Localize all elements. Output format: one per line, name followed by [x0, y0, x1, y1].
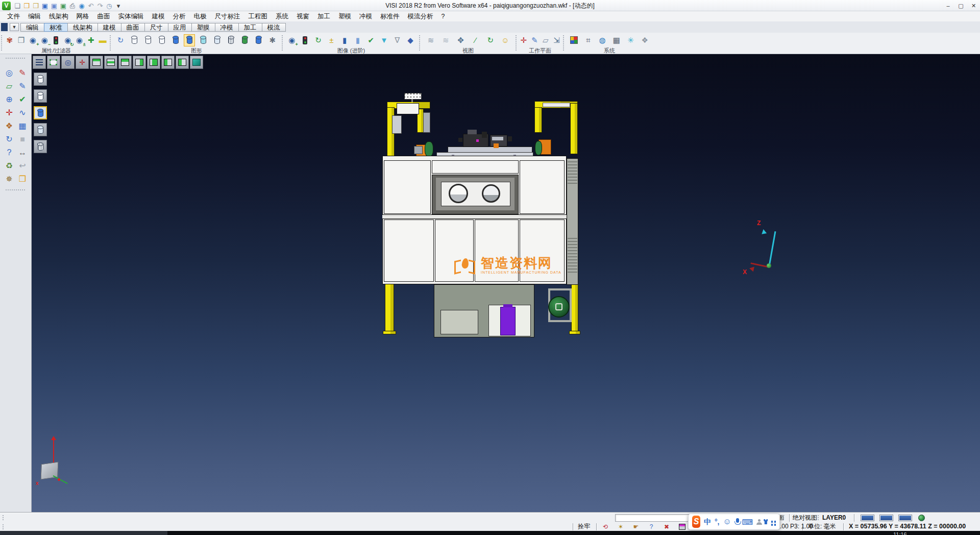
view-cube-right-icon[interactable]: [133, 56, 146, 69]
view-plane-icon[interactable]: [47, 56, 60, 69]
view-cube-top-icon[interactable]: [90, 56, 103, 69]
render-transparent-icon[interactable]: [34, 140, 47, 153]
view-cube-bottom-icon[interactable]: [118, 56, 132, 69]
render-wireframe-icon[interactable]: [34, 72, 47, 86]
tab-dimension[interactable]: 尺寸: [144, 23, 168, 32]
menu-machining[interactable]: 加工: [313, 12, 334, 21]
show-all-icon[interactable]: ✚: [85, 34, 96, 46]
adv-check-icon[interactable]: ✔: [365, 34, 377, 46]
save-all-icon[interactable]: ▣: [59, 1, 68, 10]
qat-dropdown-icon[interactable]: ▾: [114, 1, 123, 10]
view-cube-back-icon[interactable]: [176, 56, 189, 69]
menu-mold[interactable]: 塑模: [334, 12, 355, 21]
adv-bar2-icon[interactable]: ▮: [352, 34, 363, 46]
3d-viewport[interactable]: ◎✛: [32, 54, 980, 512]
help-icon[interactable]: ?: [3, 146, 16, 159]
plane-select-icon[interactable]: ▱: [3, 80, 16, 93]
navigate-wheel-icon[interactable]: ✵: [3, 173, 16, 186]
ucs-icon[interactable]: ✛: [3, 106, 16, 119]
menu-dimension[interactable]: 尺寸标注: [211, 12, 244, 21]
new-file-icon[interactable]: ❏: [13, 1, 22, 10]
render-pair-icon[interactable]: [239, 34, 251, 46]
account-icon[interactable]: [756, 519, 760, 525]
menu-window[interactable]: 视窗: [292, 12, 313, 21]
tab-mold[interactable]: 塑膜: [191, 23, 215, 32]
display-icon[interactable]: ❖: [639, 34, 650, 46]
color-grid-icon[interactable]: [569, 34, 580, 46]
save-icon[interactable]: ▣: [40, 1, 50, 10]
open-folder-icon[interactable]: ❒: [16, 173, 29, 186]
menu-system[interactable]: 系统: [272, 12, 292, 21]
spline-icon[interactable]: ∿: [16, 106, 29, 119]
menu-surface[interactable]: 曲面: [93, 12, 114, 21]
render-hidden-icon[interactable]: [34, 89, 47, 103]
keyboard-icon[interactable]: ⌨: [742, 518, 753, 526]
status-pick-icon[interactable]: ☛: [631, 523, 641, 530]
globe-icon[interactable]: ◍: [597, 34, 608, 46]
section-line-icon[interactable]: ∕: [470, 34, 481, 46]
workplane-view-icon[interactable]: ⇲: [551, 34, 562, 46]
view-ucs-icon[interactable]: ✛: [76, 56, 89, 69]
regen-graphics-icon[interactable]: ↻: [115, 34, 126, 46]
open-project-icon[interactable]: ❒: [31, 1, 40, 10]
menu-edit[interactable]: 编辑: [24, 12, 45, 21]
render-copy-icon[interactable]: [253, 34, 264, 46]
lock-status[interactable]: 拴牢: [578, 523, 590, 530]
layout-window-icon[interactable]: ▦: [16, 119, 29, 133]
minimize-button[interactable]: –: [942, 0, 954, 11]
view-refresh-icon[interactable]: ↻: [485, 34, 496, 46]
view-axes-icon[interactable]: ✥: [455, 34, 466, 46]
adv-plusminus-icon[interactable]: ±: [326, 34, 337, 46]
tab-wireframe[interactable]: 线架构: [67, 23, 98, 32]
tab-dropdown-icon[interactable]: ▼: [10, 23, 19, 31]
tab-modeling[interactable]: 建模: [97, 23, 121, 32]
menu-flow-analysis[interactable]: 模流分析: [404, 12, 437, 21]
regen-icon[interactable]: ↻: [3, 133, 16, 146]
solid-cube-icon[interactable]: ■: [16, 133, 29, 146]
tab-apply[interactable]: 应用: [168, 23, 192, 32]
ime-punctuation-mode[interactable]: °,: [715, 518, 720, 525]
validate-icon[interactable]: ✔: [16, 93, 29, 106]
recent-icon[interactable]: ◷: [105, 1, 114, 10]
attributes-icon[interactable]: ❖: [3, 119, 16, 133]
toolbox-grid-icon[interactable]: [771, 521, 773, 523]
tab-edit[interactable]: 编辑: [20, 23, 44, 32]
preview-filter-icon[interactable]: ◎: [3, 66, 16, 80]
view-cube-section-icon[interactable]: [104, 56, 117, 69]
render-settings-icon[interactable]: ✱: [267, 34, 278, 46]
flat-cylinder-icon[interactable]: [212, 34, 223, 46]
render-smiley-icon[interactable]: ☺: [500, 34, 511, 46]
workplane-edit-icon[interactable]: ✎: [529, 34, 541, 46]
page-properties-icon[interactable]: ❐: [16, 34, 27, 46]
view-mode-status[interactable]: 绝对视图: [793, 514, 817, 522]
status-wand-icon[interactable]: ✶: [616, 523, 626, 530]
mesh-cylinder-icon[interactable]: [226, 34, 237, 46]
measure-icon[interactable]: ↔: [16, 146, 29, 159]
undo-icon[interactable]: ↶: [86, 1, 95, 10]
close-button[interactable]: ✕: [967, 0, 980, 11]
status-help-icon[interactable]: ?: [646, 523, 656, 530]
open-file-icon[interactable]: ❒: [22, 1, 31, 10]
toolbar-grip[interactable]: [5, 57, 26, 59]
menu-standard-parts[interactable]: 标准件: [376, 12, 404, 21]
redo-icon[interactable]: ↷: [95, 1, 105, 10]
erase-icon[interactable]: ✎: [16, 66, 29, 80]
adv-show-icon[interactable]: ◉: [286, 34, 298, 46]
tab-machining[interactable]: 加工: [238, 23, 262, 32]
save-as-icon[interactable]: ▣: [50, 1, 59, 10]
status-wcs-cube-icon[interactable]: [677, 523, 687, 530]
hide-all-icon[interactable]: ▬: [97, 34, 108, 46]
status-refresh-icon[interactable]: ⟲: [600, 523, 610, 530]
shaded-edges-cylinder-icon[interactable]: [184, 34, 195, 46]
transparent-cylinder-icon[interactable]: [198, 34, 209, 46]
globe-status-icon[interactable]: [918, 515, 925, 521]
menu-drawing[interactable]: 工程图: [244, 12, 272, 21]
adv-clip-icon[interactable]: ∇: [391, 34, 403, 46]
menu-file[interactable]: 文件: [3, 12, 24, 21]
skin-icon[interactable]: [764, 519, 768, 524]
view-cube-front-icon[interactable]: [147, 56, 160, 69]
ribbon-grip[interactable]: [1, 35, 3, 52]
adv-funnel-icon[interactable]: ▼: [379, 34, 390, 46]
dashed-cylinder-icon[interactable]: [156, 34, 167, 46]
adv-cone-icon[interactable]: ◆: [405, 34, 416, 46]
